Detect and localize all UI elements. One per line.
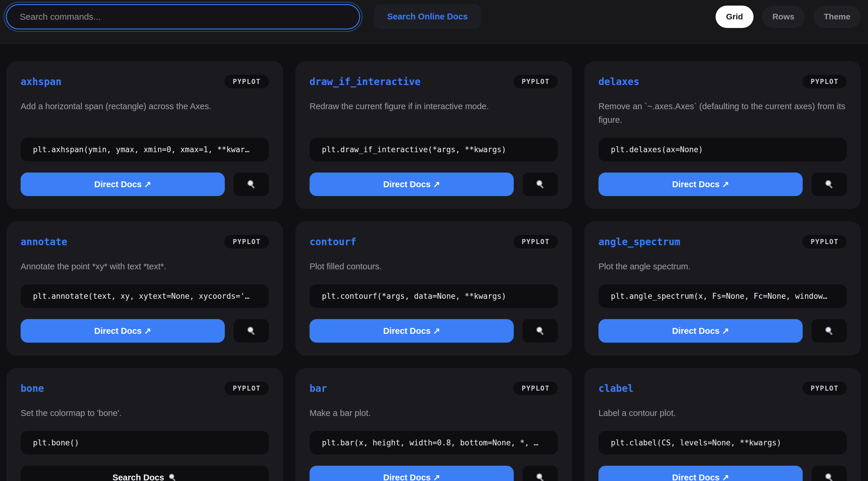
card-header: angle_spectrum PYPLOT bbox=[598, 235, 847, 248]
pyplot-badge: PYPLOT bbox=[514, 382, 558, 395]
search-input[interactable] bbox=[6, 4, 360, 29]
pyplot-badge: PYPLOT bbox=[802, 382, 847, 395]
direct-docs-button[interactable]: Direct Docs ↗ bbox=[21, 319, 225, 343]
code-text: plt.delaxes(ax=None) bbox=[611, 145, 703, 154]
direct-docs-label: Direct Docs ↗ bbox=[672, 326, 729, 336]
direct-docs-label: Direct Docs ↗ bbox=[383, 179, 440, 189]
card-header: clabel PYPLOT bbox=[598, 382, 847, 395]
code-text: plt.clabel(CS, levels=None, **kwargs) bbox=[611, 438, 781, 447]
search-docs-icon-button[interactable] bbox=[234, 173, 269, 196]
card-header: contourf PYPLOT bbox=[310, 235, 558, 248]
command-card: annotate PYPLOT Annotate the point *xy* … bbox=[6, 221, 283, 356]
command-description: Make a bar plot. bbox=[310, 406, 558, 420]
command-card: axhspan PYPLOT Add a horizontal span (re… bbox=[6, 61, 283, 209]
top-bar: Search Online Docs Grid Rows Theme bbox=[0, 0, 868, 43]
card-actions: Direct Docs ↗ bbox=[310, 466, 558, 481]
card-grid: axhspan PYPLOT Add a horizontal span (re… bbox=[0, 43, 868, 481]
code-text: plt.bar(x, height, width=0.8, bottom=Non… bbox=[322, 438, 538, 447]
magnifier-icon bbox=[168, 473, 177, 481]
card-actions: Direct Docs ↗ bbox=[310, 319, 558, 343]
pyplot-badge: PYPLOT bbox=[802, 75, 847, 88]
code-snippet: plt.contourf(*args, data=None, **kwargs) bbox=[310, 284, 558, 308]
command-description: Remove an `~.axes.Axes` (defaulting to t… bbox=[598, 99, 847, 127]
command-description: Redraw the current figure if in interact… bbox=[310, 99, 558, 127]
direct-docs-button[interactable]: Direct Docs ↗ bbox=[310, 173, 514, 196]
code-text: plt.angle_spectrum(x, Fs=None, Fc=None, … bbox=[611, 292, 827, 301]
command-title: contourf bbox=[310, 236, 356, 247]
card-actions: Direct Docs ↗ bbox=[598, 466, 847, 481]
command-card: bar PYPLOT Make a bar plot. plt.bar(x, h… bbox=[296, 368, 572, 481]
search-docs-icon-button[interactable] bbox=[523, 319, 558, 343]
search-docs-label: Search Docs bbox=[113, 473, 164, 481]
grid-view-toggle[interactable]: Grid bbox=[716, 6, 754, 28]
code-snippet: plt.annotate(text, xy, xytext=None, xyco… bbox=[21, 284, 269, 308]
card-header: draw_if_interactive PYPLOT bbox=[310, 75, 558, 88]
card-actions: Direct Docs ↗ bbox=[598, 319, 847, 343]
direct-docs-button[interactable]: Direct Docs ↗ bbox=[21, 173, 225, 196]
card-header: bone PYPLOT bbox=[21, 382, 269, 395]
command-card: delaxes PYPLOT Remove an `~.axes.Axes` (… bbox=[584, 61, 861, 209]
command-card: angle_spectrum PYPLOT Plot the angle spe… bbox=[584, 221, 861, 356]
command-description: Plot filled contours. bbox=[310, 260, 558, 273]
direct-docs-label: Direct Docs ↗ bbox=[672, 179, 729, 189]
search-docs-icon-button[interactable] bbox=[523, 466, 558, 481]
command-title: bar bbox=[310, 383, 327, 394]
search-docs-icon-button[interactable] bbox=[523, 173, 558, 196]
pyplot-badge: PYPLOT bbox=[514, 235, 558, 248]
command-title: delaxes bbox=[598, 76, 640, 87]
direct-docs-button[interactable]: Direct Docs ↗ bbox=[598, 466, 803, 481]
magnifier-icon bbox=[246, 179, 256, 189]
magnifier-icon bbox=[246, 326, 256, 336]
command-card: draw_if_interactive PYPLOT Redraw the cu… bbox=[296, 61, 572, 209]
magnifier-icon bbox=[535, 326, 546, 336]
search-docs-icon-button[interactable] bbox=[811, 466, 847, 481]
pyplot-badge: PYPLOT bbox=[514, 75, 558, 88]
command-description: Add a horizontal span (rectangle) across… bbox=[21, 99, 269, 127]
card-actions: Direct Docs ↗ bbox=[598, 173, 847, 196]
rows-view-toggle[interactable]: Rows bbox=[762, 6, 805, 28]
code-text: plt.contourf(*args, data=None, **kwargs) bbox=[322, 292, 506, 301]
card-header: delaxes PYPLOT bbox=[598, 75, 847, 88]
command-description: Set the colormap to 'bone'. bbox=[21, 406, 269, 420]
command-card: bone PYPLOT Set the colormap to 'bone'. … bbox=[6, 368, 283, 481]
magnifier-icon bbox=[535, 179, 546, 189]
direct-docs-button[interactable]: Direct Docs ↗ bbox=[310, 466, 514, 481]
search-docs-icon-button[interactable] bbox=[811, 319, 847, 343]
command-title: draw_if_interactive bbox=[310, 76, 421, 87]
card-header: bar PYPLOT bbox=[310, 382, 558, 395]
direct-docs-button[interactable]: Direct Docs ↗ bbox=[598, 319, 803, 343]
view-toggle-group: Grid Rows Theme bbox=[716, 6, 861, 28]
direct-docs-label: Direct Docs ↗ bbox=[383, 326, 440, 336]
direct-docs-button[interactable]: Direct Docs ↗ bbox=[598, 173, 803, 196]
command-description: Annotate the point *xy* with text *text*… bbox=[21, 260, 269, 273]
direct-docs-label: Direct Docs ↗ bbox=[94, 326, 151, 336]
code-snippet: plt.axhspan(ymin, ymax, xmin=0, xmax=1, … bbox=[21, 138, 269, 161]
command-title: angle_spectrum bbox=[598, 236, 680, 247]
command-card: contourf PYPLOT Plot filled contours. pl… bbox=[296, 221, 572, 356]
search-docs-button[interactable]: Search Docs bbox=[21, 466, 269, 481]
theme-toggle[interactable]: Theme bbox=[813, 6, 861, 28]
code-text: plt.draw_if_interactive(*args, **kwargs) bbox=[322, 145, 506, 154]
magnifier-icon bbox=[824, 179, 834, 189]
code-text: plt.bone() bbox=[33, 438, 79, 447]
pyplot-badge: PYPLOT bbox=[224, 235, 269, 248]
search-docs-icon-button[interactable] bbox=[811, 173, 847, 196]
direct-docs-label: Direct Docs ↗ bbox=[94, 179, 151, 189]
code-snippet: plt.draw_if_interactive(*args, **kwargs) bbox=[310, 138, 558, 161]
command-description: Label a contour plot. bbox=[598, 406, 847, 420]
pyplot-badge: PYPLOT bbox=[802, 235, 847, 248]
magnifier-icon bbox=[824, 472, 834, 481]
code-snippet: plt.bar(x, height, width=0.8, bottom=Non… bbox=[310, 431, 558, 454]
magnifier-icon bbox=[535, 472, 546, 481]
pyplot-badge: PYPLOT bbox=[224, 382, 269, 395]
search-docs-icon-button[interactable] bbox=[234, 319, 269, 343]
command-card: clabel PYPLOT Label a contour plot. plt.… bbox=[584, 368, 861, 481]
card-actions: Direct Docs ↗ bbox=[21, 319, 269, 343]
code-snippet: plt.bone() bbox=[21, 431, 269, 454]
search-online-docs-button[interactable]: Search Online Docs bbox=[374, 4, 482, 29]
code-snippet: plt.angle_spectrum(x, Fs=None, Fc=None, … bbox=[598, 284, 847, 308]
direct-docs-label: Direct Docs ↗ bbox=[672, 473, 729, 481]
direct-docs-button[interactable]: Direct Docs ↗ bbox=[310, 319, 514, 343]
direct-docs-label: Direct Docs ↗ bbox=[383, 473, 440, 481]
code-text: plt.annotate(text, xy, xytext=None, xyco… bbox=[33, 292, 249, 301]
